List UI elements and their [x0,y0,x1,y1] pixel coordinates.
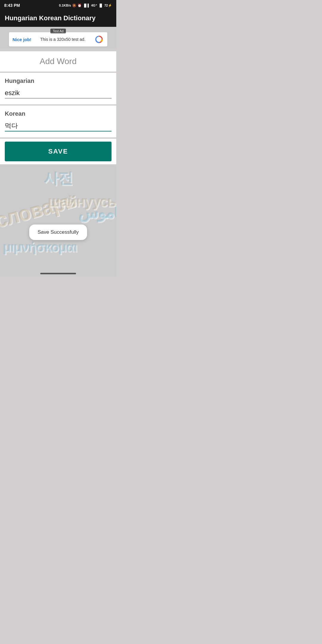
ad-banner[interactable]: Test Ad Nice job! This is a 320x50 test … [9,32,107,47]
save-section: SAVE [0,139,116,164]
watermark-area: словарь قاموس μιμνήσκομαι 사전 шайнуусы Sa… [0,165,116,270]
battery-icon: 72⚡ [104,4,112,7]
add-word-title: Add Word [5,57,112,66]
network-type-icon: 4G⁺ [91,4,97,7]
app-header: Hungarian Korean Dictionary [0,11,116,27]
toast-message: Save Successfully [38,229,79,235]
status-time: 8:43 PM [4,3,20,8]
network-speed: 0.1KB/s [59,4,71,7]
mute-icon: 🔕 [72,4,76,7]
ad-logo-icon [94,35,104,44]
hungarian-field-section: Hungarian [0,73,116,104]
watermark-greek: μιμνήσκομαι [3,239,77,255]
watermark-korean: 사전 [44,168,72,188]
watermark-cyrillic2: шайнуусы [48,193,116,210]
add-word-section: Add Word [0,51,116,72]
alarm-icon: ⏰ [78,4,82,7]
status-bar: 8:43 PM 0.1KB/s 🔕 ⏰ ▐▌▌ 4G⁺ ▐▌ 72⚡ [0,0,116,11]
home-indicator [0,270,116,277]
app-title: Hungarian Korean Dictionary [5,14,112,22]
hungarian-input[interactable] [5,89,112,98]
ad-description: This is a 320x50 test ad. [31,37,94,42]
korean-label: Korean [5,110,112,117]
signal-icon: ▐▌▌ [83,4,90,7]
save-button[interactable]: SAVE [5,142,112,161]
home-bar [40,273,76,274]
toast-notification: Save Successfully [29,225,87,240]
svg-point-1 [101,40,103,42]
ad-nice-text: Nice job! [13,37,31,42]
main-content: Add Word Hungarian Korean SAVE [0,51,116,164]
ad-label: Test Ad [50,29,66,33]
hungarian-label: Hungarian [5,78,112,84]
signal2-icon: ▐▌ [98,4,103,7]
status-icons: 0.1KB/s 🔕 ⏰ ▐▌▌ 4G⁺ ▐▌ 72⚡ [59,4,112,7]
korean-field-section: Korean [0,106,116,137]
korean-input[interactable] [5,122,112,131]
